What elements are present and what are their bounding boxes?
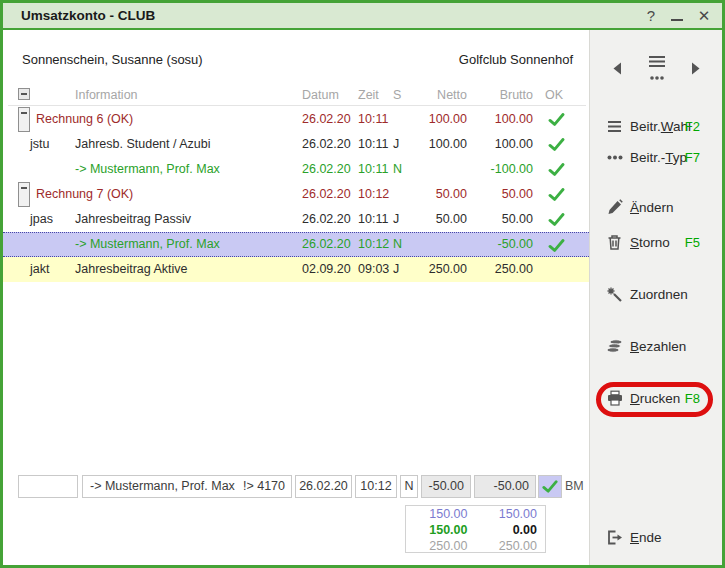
sidebar-button-aendern[interactable]: Ändern: [590, 197, 722, 219]
totals-row: 150.00 0.00: [406, 523, 545, 538]
totals-row: 150.00 150.00: [406, 507, 545, 522]
sidebar-button-bezahlen[interactable]: Bezahlen: [590, 336, 722, 358]
minimize-icon[interactable]: [666, 3, 688, 28]
button-label: Ändern: [630, 197, 674, 219]
sidebar-button-beitr-wahl[interactable]: Beitr.Wahl F2: [590, 116, 722, 138]
ok-check-icon: [548, 157, 568, 182]
sidebar-button-drucken[interactable]: Drucken F8: [590, 388, 722, 410]
prev-record-button[interactable]: [610, 61, 624, 80]
table-header: Information Datum Zeit S Netto Brutto OK: [3, 86, 589, 105]
exit-icon: [606, 529, 624, 547]
collapse-all-icon[interactable]: [18, 88, 30, 100]
row-info: Jahresbeitrag Aktive: [75, 257, 188, 282]
magic-wand-icon: [606, 286, 624, 304]
total-open: 0.00: [476, 523, 546, 538]
table-row-jakt[interactable]: jakt Jahresbeitrag Aktive 02.09.20 09:03…: [3, 257, 589, 282]
total-gross-right: 250.00: [476, 539, 546, 554]
button-label: Beitr.Wahl: [630, 116, 691, 138]
header-divider: [8, 105, 586, 106]
row-datum: 26.02.20: [302, 182, 351, 207]
row-zeit: 10:11: [358, 132, 388, 157]
table-row-rechnung6[interactable]: Rechnung 6 (OK) 26.02.20 10:11 100.00 10…: [3, 107, 589, 132]
account-person: Sonnenschein, Susanne (sosu): [22, 52, 203, 67]
totals-row: 250.00 250.00: [406, 539, 545, 554]
collapse-icon[interactable]: [18, 107, 30, 132]
pencil-icon: [606, 199, 624, 217]
edit-brutto-field[interactable]: -50.00: [474, 475, 536, 498]
row-zeit: 09:03: [358, 257, 389, 282]
row-zeit: 10:12: [358, 182, 389, 207]
main-area: Sonnenschein, Susanne (sosu) Golfclub So…: [3, 30, 589, 565]
row-s: N: [393, 233, 402, 258]
table-row-rechnung7[interactable]: Rechnung 7 (OK) 26.02.20 10:12 50.00 50.…: [3, 182, 589, 207]
table-row-jstu[interactable]: jstu Jahresb. Student / Azubi 26.02.20 1…: [3, 132, 589, 157]
sidebar: Beitr.Wahl F2 Beitr.-Typ F7 Ändern: [589, 30, 722, 565]
row-zeit: 10:12: [358, 233, 389, 258]
edit-netto-field[interactable]: -50.00: [421, 475, 471, 498]
sidebar-button-storno[interactable]: Storno F5: [590, 232, 722, 254]
col-datum: Datum: [302, 86, 339, 105]
menu-button[interactable]: [645, 54, 669, 82]
row-datum: 26.02.20: [302, 233, 351, 258]
table-row-link1[interactable]: -> Mustermann, Prof. Max 26.02.20 10:11 …: [3, 157, 589, 182]
help-icon[interactable]: ?: [640, 3, 662, 28]
row-brutto: -50.00: [467, 233, 533, 258]
row-datum: 26.02.20: [302, 157, 351, 182]
button-label: Ende: [630, 527, 662, 549]
button-label: Beitr.-Typ: [630, 147, 687, 169]
row-datum: 26.02.20: [302, 207, 351, 232]
menu-list-icon: [606, 118, 624, 136]
trash-icon: [606, 234, 624, 252]
sidebar-button-zuordnen[interactable]: Zuordnen: [590, 284, 722, 306]
fkey-label: F5: [685, 232, 700, 254]
row-info: Rechnung 6 (OK): [36, 107, 133, 132]
close-icon[interactable]: ✕: [692, 3, 716, 28]
edit-code-field[interactable]: [18, 475, 78, 498]
ok-check-icon: [548, 107, 568, 132]
totals-box: 150.00 150.00 150.00 0.00 250.00 250.00: [405, 505, 546, 553]
edit-ref-value: !> 4170: [243, 476, 285, 497]
row-netto: 100.00: [397, 132, 467, 157]
hamburger-icon: [645, 55, 669, 68]
collapse-icon[interactable]: [18, 182, 30, 207]
total-brutto: 150.00: [476, 507, 546, 522]
club-name: Golfclub Sonnenhof: [459, 52, 573, 67]
col-ok: OK: [545, 86, 563, 105]
edit-datum-field[interactable]: 26.02.20: [295, 475, 352, 498]
row-code: jakt: [30, 257, 49, 282]
row-s: N: [393, 157, 402, 182]
edit-name-field[interactable]: -> Mustermann, Prof. Max !> 4170: [82, 475, 292, 498]
row-brutto: 50.00: [467, 207, 533, 232]
row-brutto: 250.00: [467, 257, 533, 282]
next-record-button[interactable]: [689, 61, 703, 80]
edit-s-field[interactable]: N: [400, 475, 418, 498]
edit-name-value: -> Mustermann, Prof. Max: [90, 476, 235, 497]
col-brutto: Brutto: [467, 86, 533, 105]
table-row-link2-selected[interactable]: -> Mustermann, Prof. Max 26.02.20 10:12 …: [3, 232, 589, 257]
row-info: Jahresb. Student / Azubi: [75, 132, 211, 157]
row-brutto: 100.00: [467, 107, 533, 132]
total-paid: 150.00: [406, 523, 476, 538]
row-netto: 100.00: [397, 107, 467, 132]
titlebar: Umsatzkonto - CLUB ? ✕: [3, 3, 722, 30]
edit-ok-check-icon[interactable]: [538, 475, 562, 498]
printer-icon: [606, 390, 624, 408]
ok-check-icon: [548, 233, 568, 258]
sidebar-button-ende[interactable]: Ende: [590, 527, 722, 549]
row-info: Jahresbeitrag Passiv: [75, 207, 191, 232]
row-code: jstu: [30, 132, 49, 157]
col-netto: Netto: [397, 86, 467, 105]
row-datum: 02.09.20: [302, 257, 351, 282]
row-netto: 50.00: [397, 207, 467, 232]
row-zeit: 10:11: [358, 107, 388, 132]
ok-check-icon: [548, 207, 568, 232]
edit-zeit-field[interactable]: 10:12: [355, 475, 397, 498]
row-datum: 26.02.20: [302, 132, 351, 157]
button-label: Storno: [630, 232, 670, 254]
row-info: -> Mustermann, Prof. Max: [75, 233, 220, 258]
row-zeit: 10:11: [358, 207, 388, 232]
sidebar-button-beitr-typ[interactable]: Beitr.-Typ F7: [590, 147, 722, 169]
row-netto: 250.00: [397, 257, 467, 282]
table-row-jpas[interactable]: jpas Jahresbeitrag Passiv 26.02.20 10:11…: [3, 207, 589, 232]
edit-suffix: BM: [565, 475, 587, 498]
